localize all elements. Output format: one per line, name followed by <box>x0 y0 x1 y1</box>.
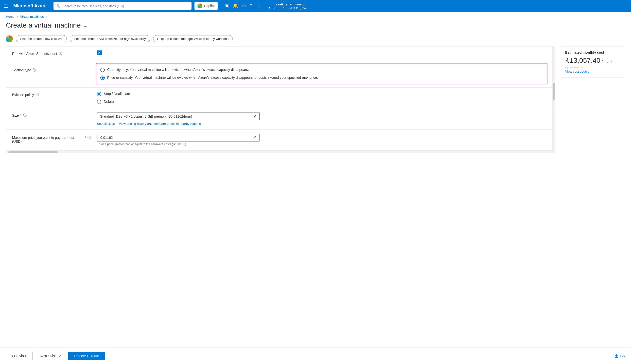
eviction-type-highlight-box: Capacity only: Your virtual machine will… <box>96 63 547 84</box>
eviction-policy-info-icon[interactable]: ⓘ <box>36 92 39 97</box>
ai-btn-vm-size-label: Help me choose the right VM size for my … <box>157 37 229 40</box>
eviction-stop-option[interactable]: Stop / Deallocate <box>97 92 546 96</box>
settings-icon[interactable]: ⚙ <box>242 3 246 8</box>
next-disks-button[interactable]: Next : Disks > <box>35 352 67 360</box>
view-cost-details-link[interactable]: View cost details <box>565 70 621 73</box>
top-navigation: ☰ Microsoft Azure 🔍 Copilot ▣ 🔔 ⚙ ? 👤 ra… <box>0 0 631 12</box>
eviction-type-control: Capacity only: Your virtual machine will… <box>96 64 547 84</box>
view-pricing-link[interactable]: View pricing history and compare prices … <box>119 122 201 126</box>
copilot-label: Copilot <box>204 4 215 8</box>
breadcrumb-sep2: > <box>46 15 48 18</box>
horizontal-scrollbar[interactable] <box>6 150 555 153</box>
eviction-delete-radio[interactable] <box>97 100 101 104</box>
max-price-row: Maximum price you want to pay per hour (… <box>6 130 552 150</box>
cost-period: / month <box>602 60 613 64</box>
feedback-label: Giv <box>620 354 625 358</box>
spot-discount-row: Run with Azure Spot discount ⓘ ✓ <box>6 46 552 60</box>
breadcrumb-vms[interactable]: Virtual machines <box>20 15 44 18</box>
vertical-scroll-thumb[interactable] <box>553 83 555 100</box>
max-price-helper-text: Enter a price greater than or equal to t… <box>97 142 546 146</box>
horizontal-scroll-thumb[interactable] <box>8 151 58 153</box>
previous-button[interactable]: < Previous <box>6 352 33 360</box>
eviction-capacity-only-option[interactable]: Capacity only: Your virtual machine will… <box>100 68 543 72</box>
size-text: Size <box>12 114 19 118</box>
vertical-scrollbar[interactable] <box>552 46 555 150</box>
ai-btn-low-cost[interactable]: Help me create a low cost VM <box>16 35 67 42</box>
eviction-policy-control: Stop / Deallocate Delete <box>97 92 546 104</box>
ai-btn-vm-size[interactable]: Help me choose the right VM size for my … <box>153 35 233 42</box>
breadcrumb: Home > Virtual machines > <box>0 12 631 20</box>
page-menu-icon[interactable]: ... <box>84 23 87 28</box>
max-price-control: ✓ Enter a price greater than or equal to… <box>97 134 546 146</box>
size-control: Standard_D2s_v3 - 2 vcpus, 8 GiB memory … <box>97 112 546 126</box>
app-logo: Microsoft Azure <box>13 4 47 8</box>
user-info: ravikiransrinivasulu DEFAULT DIRECTORY (… <box>268 2 306 10</box>
size-links: See all sizes View pricing history and c… <box>97 122 546 126</box>
form-outer: Run with Azure Spot discount ⓘ ✓ Evictio… <box>6 46 555 348</box>
eviction-price-capacity-option[interactable]: Price or capacity: Your virtual machine … <box>100 75 543 80</box>
eviction-type-text: Eviction type <box>12 68 31 72</box>
validation-check-icon: ✓ <box>253 135 259 140</box>
copilot-button[interactable]: Copilot <box>194 2 218 10</box>
action-bar-left: < Previous Next : Disks > Review + creat… <box>6 352 105 360</box>
max-price-text: Maximum price you want to pay per hour (… <box>12 136 83 144</box>
eviction-policy-text: Eviction policy <box>12 93 34 97</box>
ai-btn-high-availability[interactable]: Help me create a VM optimized for high a… <box>70 35 150 42</box>
eviction-type-label: Eviction type ⓘ <box>12 64 90 72</box>
size-row: Size * ⓘ Standard_D2s_v3 - 2 vcpus, 8 Gi… <box>6 108 552 130</box>
terminal-icon[interactable]: ▣ <box>225 3 229 8</box>
size-value: Standard_D2s_v3 - 2 vcpus, 8 GiB memory … <box>100 114 192 118</box>
cost-user: @ravikirans <box>565 66 621 69</box>
directory: DEFAULT DIRECTORY (RAV <box>268 6 306 10</box>
max-price-input-wrap: ✓ <box>97 134 260 142</box>
eviction-capacity-only-radio[interactable] <box>100 68 105 72</box>
eviction-delete-option[interactable]: Delete <box>97 100 546 104</box>
copilot-icon <box>197 4 202 8</box>
cost-amount: ₹13,057.40 <box>565 56 600 64</box>
user-icon[interactable]: 👤 <box>256 3 262 8</box>
spot-discount-control: ✓ <box>97 50 546 56</box>
bell-icon[interactable]: 🔔 <box>233 3 238 8</box>
size-label: Size * ⓘ <box>12 112 91 118</box>
ai-btn-high-availability-label: Help me create a VM optimized for high a… <box>74 37 146 40</box>
size-required: * <box>20 114 22 118</box>
action-bar-right[interactable]: 👤 Giv <box>614 354 625 358</box>
eviction-capacity-only-text: Capacity only: Your virtual machine will… <box>107 68 249 72</box>
size-dropdown[interactable]: Standard_D2s_v3 - 2 vcpus, 8 GiB memory … <box>97 112 260 120</box>
help-icon[interactable]: ? <box>250 4 252 8</box>
breadcrumb-home[interactable]: Home <box>6 15 15 18</box>
review-create-button[interactable]: Review + create <box>68 352 105 360</box>
spot-discount-info-icon[interactable]: ⓘ <box>59 52 62 56</box>
nav-icons: ▣ 🔔 ⚙ ? 👤 ravikiransrinivasulu DEFAULT D… <box>225 2 306 10</box>
see-all-sizes-link[interactable]: See all sizes <box>97 122 115 126</box>
hamburger-icon[interactable]: ☰ <box>4 3 8 9</box>
eviction-type-row: Eviction type ⓘ Capacity only: Your virt… <box>6 60 552 88</box>
max-price-label: Maximum price you want to pay per hour (… <box>12 134 91 144</box>
spot-discount-checkbox[interactable]: ✓ <box>97 50 102 56</box>
ai-sparkle-icon <box>6 36 13 42</box>
eviction-price-capacity-text: Price or capacity: Your virtual machine … <box>107 75 318 80</box>
eviction-stop-text: Stop / Deallocate <box>104 92 130 96</box>
spot-discount-label: Run with Azure Spot discount ⓘ <box>12 50 91 56</box>
page-title-area: Create a virtual machine ... <box>0 20 631 33</box>
page-title: Create a virtual machine <box>6 22 81 29</box>
main-content: Home > Virtual machines > Create a virtu… <box>0 12 631 364</box>
eviction-delete-text: Delete <box>104 100 114 104</box>
max-price-input[interactable] <box>97 134 253 141</box>
cost-panel-title: Estimated monthly cost <box>565 50 621 54</box>
feedback-icon: 👤 <box>614 354 618 358</box>
ai-buttons-row: Help me create a low cost VM Help me cre… <box>0 33 631 46</box>
max-price-required: * <box>85 136 86 140</box>
eviction-price-capacity-radio[interactable] <box>100 76 105 80</box>
size-info-icon[interactable]: ⓘ <box>23 113 27 118</box>
action-bar: < Previous Next : Disks > Review + creat… <box>0 348 631 364</box>
max-price-info-icon[interactable]: ⓘ <box>88 136 91 140</box>
search-icon: 🔍 <box>57 4 60 8</box>
search-input[interactable] <box>62 4 188 8</box>
eviction-stop-radio[interactable] <box>97 92 101 96</box>
search-bar[interactable]: 🔍 <box>54 2 191 10</box>
breadcrumb-sep1: > <box>17 15 18 18</box>
spot-discount-text: Run with Azure Spot discount <box>12 52 57 56</box>
eviction-type-info-icon[interactable]: ⓘ <box>33 68 36 72</box>
cost-panel: Estimated monthly cost ₹13,057.40 / mont… <box>561 46 625 78</box>
